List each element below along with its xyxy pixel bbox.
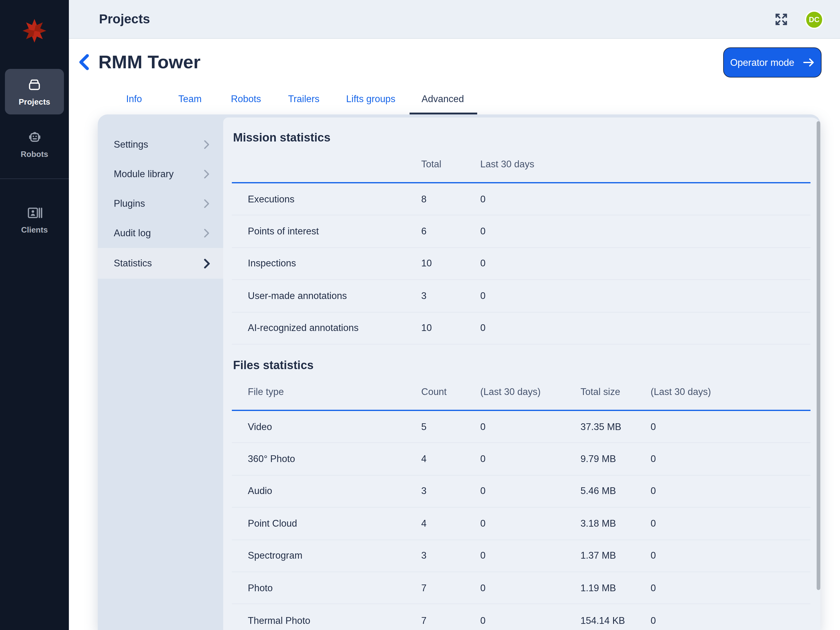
row-size-last30: 0 xyxy=(651,518,656,529)
subnav-label: Statistics xyxy=(114,258,152,269)
chevron-right-icon xyxy=(204,140,210,149)
sidebar-item-label: Projects xyxy=(19,97,51,106)
row-count: 3 xyxy=(421,550,426,561)
row-total-size: 5.46 MB xyxy=(581,486,616,497)
row-last30: 0 xyxy=(480,258,485,269)
column-header-count-last30: (Last 30 days) xyxy=(480,386,540,397)
subnav-label: Audit log xyxy=(114,228,151,239)
avatar-initials: DC xyxy=(809,15,820,24)
subnav-item-settings[interactable]: Settings xyxy=(98,130,223,159)
fullscreen-icon[interactable] xyxy=(774,12,788,27)
table-row: Inspections 10 0 xyxy=(232,248,810,280)
row-total: 6 xyxy=(421,226,426,237)
subnav-item-plugins[interactable]: Plugins xyxy=(98,189,223,218)
chevron-right-icon xyxy=(204,169,210,179)
files-statistics-table: Video 5 0 37.35 MB 0 360° Photo 4 0 9.79… xyxy=(232,410,810,630)
subnav-label: Module library xyxy=(114,169,174,180)
operator-mode-label: Operator mode xyxy=(730,57,794,68)
operator-mode-button[interactable]: Operator mode xyxy=(723,47,821,78)
row-file-type: 360° Photo xyxy=(248,453,295,464)
row-total-size: 3.18 MB xyxy=(581,518,616,529)
row-total: 10 xyxy=(421,323,432,334)
advanced-panel: Settings Module library Plugins Audit lo… xyxy=(98,114,820,630)
row-last30: 0 xyxy=(480,193,485,204)
table-row: User-made annotations 3 0 xyxy=(232,280,810,312)
tab-lifts-groups[interactable]: Lifts groups xyxy=(346,93,395,104)
column-header-size-last30: (Last 30 days) xyxy=(651,386,711,397)
mission-statistics-title: Mission statistics xyxy=(233,131,330,144)
column-header-count: Count xyxy=(421,386,447,397)
subnav-item-audit-log[interactable]: Audit log xyxy=(98,218,223,248)
row-total-size: 1.19 MB xyxy=(581,583,616,594)
row-size-last30: 0 xyxy=(651,486,656,497)
row-total-size: 154.14 KB xyxy=(581,615,625,626)
table-row: Executions 8 0 xyxy=(232,184,810,216)
row-total-size: 1.37 MB xyxy=(581,550,616,561)
mission-statistics-table: Executions 8 0 Points of interest 6 0 In… xyxy=(232,182,810,345)
tab-trailers[interactable]: Trailers xyxy=(288,93,319,104)
column-header-total: Total xyxy=(421,159,442,170)
row-count: 7 xyxy=(421,583,426,594)
chevron-right-icon xyxy=(204,199,210,209)
scrollbar-thumb[interactable] xyxy=(816,121,820,590)
table-row: Thermal Photo 7 0 154.14 KB 0 xyxy=(232,605,810,630)
tab-robots[interactable]: Robots xyxy=(231,93,261,104)
company-logo-icon xyxy=(21,17,48,44)
avatar[interactable]: DC xyxy=(805,11,823,29)
sidebar-item-clients[interactable]: Clients xyxy=(5,197,64,242)
tab-advanced[interactable]: Advanced xyxy=(422,93,464,104)
row-total-size: 9.79 MB xyxy=(581,453,616,464)
table-row: Photo 7 0 1.19 MB 0 xyxy=(232,572,810,605)
projects-archive-icon xyxy=(27,77,43,93)
row-last30: 0 xyxy=(480,290,485,301)
row-size-last30: 0 xyxy=(651,615,656,626)
robot-icon xyxy=(26,128,43,145)
sidebar-item-projects[interactable]: Projects xyxy=(5,69,64,114)
table-row: 360° Photo 4 0 9.79 MB 0 xyxy=(232,443,810,476)
contact-card-icon xyxy=(27,205,43,221)
subnav-item-statistics[interactable]: Statistics xyxy=(98,248,223,279)
sidebar-divider xyxy=(0,179,69,179)
row-file-type: Video xyxy=(248,421,272,432)
table-row: Spectrogram 3 0 1.37 MB 0 xyxy=(232,540,810,572)
sidebar: Projects Robots xyxy=(0,0,69,630)
row-count: 3 xyxy=(421,486,426,497)
app-section-title: Projects xyxy=(99,12,150,27)
row-total: 8 xyxy=(421,193,426,204)
app-window: Projects Robots xyxy=(0,0,840,630)
row-size-last30: 0 xyxy=(651,421,656,432)
row-file-type: Thermal Photo xyxy=(248,615,310,626)
row-size-last30: 0 xyxy=(651,453,656,464)
row-size-last30: 0 xyxy=(651,583,656,594)
row-count-last30: 0 xyxy=(480,550,485,561)
sidebar-item-label: Clients xyxy=(21,225,48,234)
tab-info[interactable]: Info xyxy=(126,93,142,104)
row-count: 7 xyxy=(421,615,426,626)
row-count-last30: 0 xyxy=(480,421,485,432)
row-count: 5 xyxy=(421,421,426,432)
row-file-type: Audio xyxy=(248,486,272,497)
chevron-right-icon xyxy=(204,258,210,268)
statistics-content: Mission statistics Total Last 30 days Ex… xyxy=(223,117,820,630)
files-statistics-title: Files statistics xyxy=(233,359,314,372)
subnav-label: Settings xyxy=(114,139,148,150)
page-title: RMM Tower xyxy=(98,52,201,73)
table-row: Point Cloud 4 0 3.18 MB 0 xyxy=(232,508,810,540)
arrow-right-icon xyxy=(802,57,815,68)
advanced-subnav: Settings Module library Plugins Audit lo… xyxy=(98,114,223,630)
row-count-last30: 0 xyxy=(480,518,485,529)
row-count-last30: 0 xyxy=(480,615,485,626)
row-total-size: 37.35 MB xyxy=(581,421,621,432)
row-last30: 0 xyxy=(480,323,485,334)
column-header-total-size: Total size xyxy=(581,386,620,397)
row-label: AI-recognized annotations xyxy=(248,323,358,334)
tab-team[interactable]: Team xyxy=(178,93,202,104)
back-chevron-icon[interactable] xyxy=(77,54,91,71)
row-label: Executions xyxy=(248,193,295,204)
row-label: Points of interest xyxy=(248,226,319,237)
top-bar: Projects DC xyxy=(69,0,840,39)
table-row: Audio 3 0 5.46 MB 0 xyxy=(232,476,810,508)
sidebar-item-robots[interactable]: Robots xyxy=(5,120,64,166)
row-count: 4 xyxy=(421,453,426,464)
subnav-item-module-library[interactable]: Module library xyxy=(98,159,223,189)
